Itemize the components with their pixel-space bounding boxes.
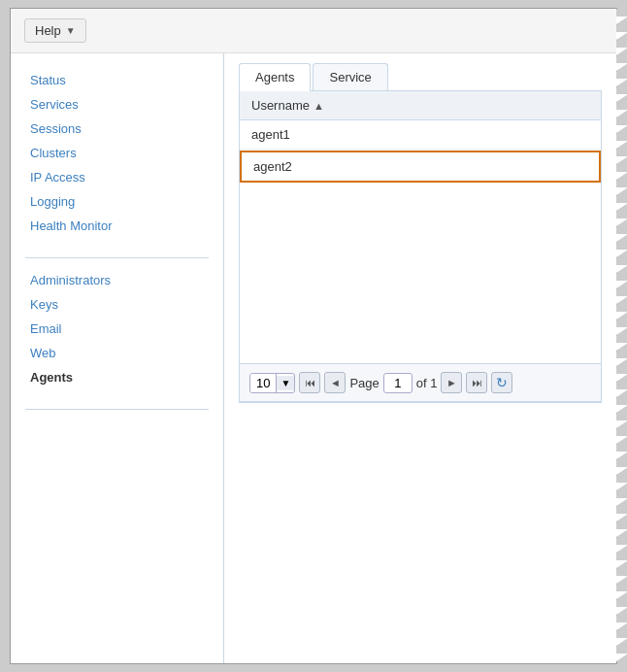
table-row[interactable]: agent1 [240, 120, 601, 150]
sort-arrow-icon: ▲ [314, 100, 324, 112]
sidebar-item-email[interactable]: Email [11, 317, 223, 341]
sidebar-link-sessions[interactable]: Sessions [30, 121, 82, 136]
help-button[interactable]: Help ▼ [24, 18, 86, 43]
agents-table: Username ▲ agent1 agent2 10 ▼ [239, 91, 602, 402]
sidebar-link-keys[interactable]: Keys [30, 297, 58, 312]
sidebar-link-logging[interactable]: Logging [30, 194, 75, 209]
page-number-input[interactable] [383, 373, 412, 393]
page-size-selector[interactable]: 10 ▼ [249, 373, 295, 393]
sidebar-item-web[interactable]: Web [11, 341, 223, 365]
sidebar-link-administrators[interactable]: Administrators [30, 273, 111, 287]
prev-page-button[interactable]: ◄ [324, 372, 346, 393]
sidebar-item-agents[interactable]: Agents [11, 365, 223, 389]
sidebar-item-status[interactable]: Status [11, 68, 223, 92]
row-agent1-username: agent1 [251, 127, 290, 142]
sidebar-item-administrators[interactable]: Administrators [11, 268, 223, 292]
sidebar-item-sessions[interactable]: Sessions [11, 117, 223, 141]
pagination-bar: 10 ▼ ⏮ ◄ Page of 1 ► ⏭ ↻ [240, 363, 601, 401]
page-input-group: Page of 1 [349, 373, 437, 393]
sidebar: Status Services Sessions Clusters IP Acc… [11, 53, 224, 663]
sidebar-link-health-monitor[interactable]: Health Monitor [30, 218, 113, 233]
page-size-value: 10 [250, 374, 277, 392]
sidebar-nav-secondary: Administrators Keys Email Web Agents [11, 268, 223, 404]
footer-area [239, 402, 602, 460]
tab-service[interactable]: Service [313, 63, 387, 90]
sidebar-divider-1 [25, 257, 209, 258]
main-window: Help ▼ Status Services Sessions Clusters [10, 8, 617, 664]
sidebar-link-ip-access[interactable]: IP Access [30, 170, 85, 185]
sidebar-link-agents[interactable]: Agents [30, 370, 73, 385]
sidebar-link-status[interactable]: Status [30, 73, 66, 87]
tab-bar: Agents Service [239, 63, 602, 91]
tab-agents-label: Agents [255, 70, 294, 84]
of-label: of 1 [416, 376, 438, 390]
table-row[interactable]: agent2 [240, 151, 601, 183]
sidebar-link-clusters[interactable]: Clusters [30, 146, 77, 160]
refresh-button[interactable]: ↻ [491, 372, 512, 393]
sidebar-item-services[interactable]: Services [11, 92, 223, 117]
sidebar-item-ip-access[interactable]: IP Access [11, 165, 223, 189]
sidebar-item-keys[interactable]: Keys [11, 292, 223, 317]
sidebar-nav-primary: Status Services Sessions Clusters IP Acc… [11, 68, 223, 252]
sidebar-link-email[interactable]: Email [30, 321, 62, 336]
tab-agents[interactable]: Agents [239, 63, 311, 91]
username-column-header: Username [251, 98, 310, 113]
first-page-button[interactable]: ⏮ [299, 372, 320, 393]
help-label: Help [35, 23, 61, 38]
sidebar-link-web[interactable]: Web [30, 346, 56, 360]
last-page-button[interactable]: ⏭ [466, 372, 487, 393]
table-header-row[interactable]: Username ▲ [240, 91, 601, 120]
sidebar-divider-2 [25, 409, 209, 410]
sidebar-item-logging[interactable]: Logging [11, 189, 223, 214]
table-body: agent1 agent2 [240, 120, 601, 363]
row-agent2-username: agent2 [253, 159, 292, 174]
page-size-dropdown-arrow[interactable]: ▼ [277, 376, 294, 390]
next-page-button[interactable]: ► [441, 372, 462, 393]
sidebar-link-services[interactable]: Services [30, 97, 79, 112]
help-dropdown-arrow: ▼ [66, 25, 76, 36]
tab-service-label: Service [329, 70, 371, 84]
page-label: Page [349, 376, 379, 390]
top-bar: Help ▼ [11, 9, 616, 53]
sidebar-item-health-monitor[interactable]: Health Monitor [11, 214, 223, 238]
main-content: Agents Service Username ▲ agent1 agen [224, 53, 616, 663]
sidebar-item-clusters[interactable]: Clusters [11, 141, 223, 165]
content-area: Status Services Sessions Clusters IP Acc… [11, 53, 616, 663]
